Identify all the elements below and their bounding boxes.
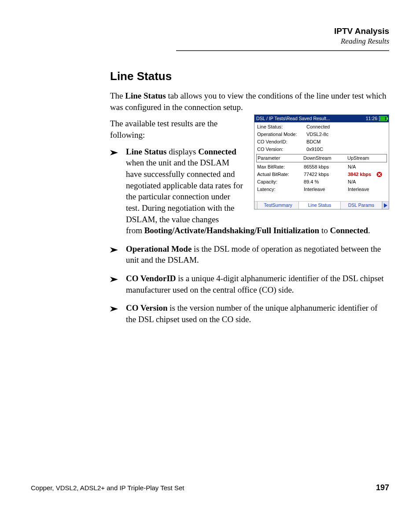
- cell-upstream: N/A: [348, 165, 376, 169]
- text: .: [368, 226, 370, 235]
- svg-marker-0: [110, 150, 118, 155]
- text-bold: Line Status: [125, 91, 166, 100]
- device-tabs: TestSummary Line Status DSL Params: [254, 201, 389, 209]
- section-subtitle: Reading Results: [176, 37, 389, 46]
- cell-upstream-error: 3842 kbps: [348, 172, 376, 177]
- field-value: 0x910C: [306, 147, 386, 152]
- field-line-status: Line Status: Connected: [257, 123, 386, 131]
- svg-marker-1: [110, 247, 118, 253]
- field-label: CO VendorID:: [257, 139, 306, 144]
- table-header-row: Parameter DownStream UpStream: [256, 154, 387, 162]
- device-titlebar: DSL / IP Tests\Read Saved Result... 11:2…: [254, 115, 389, 122]
- tab-testsummary[interactable]: TestSummary: [258, 202, 299, 209]
- bullet-item: CO Version is the version number of the …: [110, 302, 389, 325]
- table-row: Max BitRate: 86558 kbps N/A: [257, 163, 386, 171]
- intro-followup: The available test results are the follo…: [110, 118, 242, 140]
- svg-marker-3: [110, 306, 118, 312]
- intro-paragraph: The Line Status tab allows you to view t…: [110, 90, 389, 113]
- cell-downstream: Interleave: [304, 187, 348, 192]
- cell-parameter: Latency:: [257, 187, 304, 192]
- page-number: 197: [376, 483, 389, 492]
- tab-line-status[interactable]: Line Status: [299, 202, 340, 209]
- cell-parameter: Capacity:: [257, 180, 304, 184]
- text-bold: CO VendorID: [126, 274, 176, 283]
- field-label: CO Version:: [257, 147, 306, 152]
- tab-dsl-params[interactable]: DSL Params: [341, 202, 382, 209]
- cell-downstream: 86558 kbps: [304, 165, 348, 169]
- text-bold: Booting/Activate/Handshaking/Full Initia…: [144, 226, 319, 235]
- table-row: Actual BitRate: 77422 kbps 3842 kbps: [257, 171, 386, 178]
- field-op-mode: Operational Mode: VDSL2-8c: [257, 131, 386, 138]
- device-title: DSL / IP Tests\Read Saved Result...: [256, 116, 330, 121]
- field-co-version: CO Version: 0x910C: [257, 146, 386, 153]
- cell-upstream: N/A: [348, 180, 376, 184]
- text-bold: Operational Mode: [126, 244, 192, 253]
- table-row: Latency: Interleave Interleave: [257, 186, 386, 193]
- cell-parameter: Max BitRate:: [257, 165, 304, 169]
- field-value: Connected: [306, 125, 386, 129]
- bullet-arrow-icon: [110, 304, 121, 311]
- text: to: [319, 226, 330, 235]
- cell-upstream: Interleave: [348, 187, 376, 192]
- chapter-title: IPTV Analysis: [176, 26, 389, 36]
- field-label: Operational Mode:: [257, 132, 306, 137]
- page-heading: Line Status: [110, 69, 389, 84]
- footer-text: Copper, VDSL2, ADSL2+ and IP Triple-Play…: [31, 484, 184, 492]
- text: from: [126, 226, 144, 235]
- bullet-item: CO VendorID is a unique 4-digit alphanum…: [110, 273, 389, 295]
- text: displays: [166, 147, 198, 156]
- field-co-vendor: CO VendorID: BDCM: [257, 138, 386, 146]
- col-header-downstream: DownStream: [303, 156, 347, 161]
- field-value: BDCM: [306, 139, 386, 144]
- header-rule: [176, 50, 389, 51]
- text-bold: CO Version: [126, 303, 168, 312]
- col-header-parameter: Parameter: [258, 156, 303, 161]
- bullet-item: Operational Mode is the DSL mode of oper…: [110, 243, 389, 266]
- text-bold: Connected: [330, 226, 368, 235]
- bullet-arrow-icon: [110, 245, 121, 252]
- svg-marker-7: [384, 203, 387, 208]
- field-label: Line Status:: [257, 125, 306, 129]
- bullet-arrow-icon: [110, 148, 121, 155]
- device-clock: 11:26: [366, 116, 377, 121]
- field-value: VDSL2-8c: [306, 132, 386, 137]
- text: The: [110, 91, 125, 100]
- cell-parameter: Actual BitRate:: [257, 172, 304, 177]
- bullet-arrow-icon: [110, 275, 121, 282]
- text-bold: Line Status: [126, 147, 166, 156]
- device-screenshot: DSL / IP Tests\Read Saved Result... 11:2…: [254, 114, 389, 209]
- cell-downstream: 77422 kbps: [304, 172, 348, 177]
- col-header-upstream: UpStream: [347, 156, 383, 161]
- text-bold: Connected: [198, 147, 236, 156]
- text: when the unit and the DSLAM have success…: [126, 158, 243, 224]
- table-row: Capacity: 89.4 % N/A: [257, 178, 386, 186]
- cell-downstream: 89.4 %: [304, 180, 348, 184]
- battery-icon: [379, 116, 387, 121]
- tab-scroll-right[interactable]: [382, 202, 389, 209]
- error-icon: [376, 172, 383, 177]
- svg-marker-2: [110, 277, 118, 282]
